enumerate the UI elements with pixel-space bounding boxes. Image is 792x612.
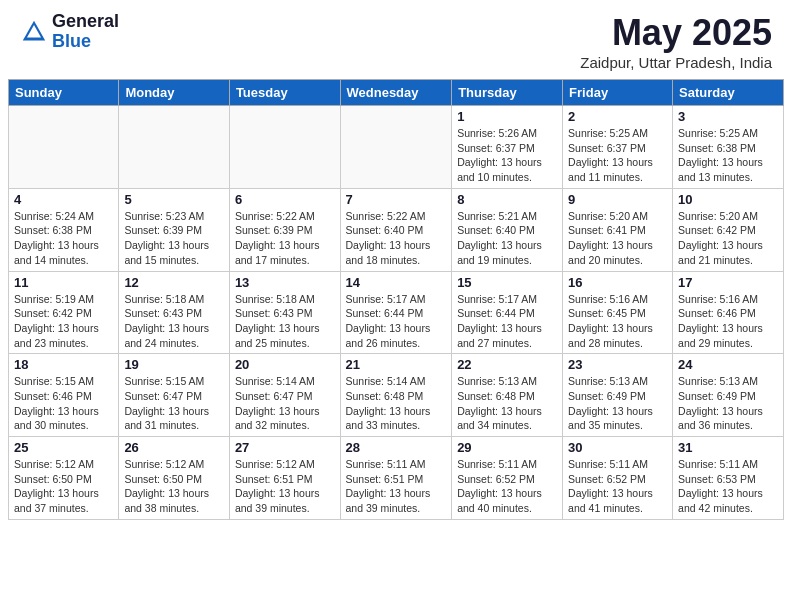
logo-blue-text: Blue: [52, 32, 119, 52]
header-row: SundayMondayTuesdayWednesdayThursdayFrid…: [9, 80, 784, 106]
day-cell-1: 1Sunrise: 5:26 AMSunset: 6:37 PMDaylight…: [452, 106, 563, 189]
day-cell-30: 30Sunrise: 5:11 AMSunset: 6:52 PMDayligh…: [563, 437, 673, 520]
empty-cell: [119, 106, 230, 189]
day-number: 21: [346, 357, 447, 372]
day-number: 10: [678, 192, 778, 207]
day-cell-16: 16Sunrise: 5:16 AMSunset: 6:45 PMDayligh…: [563, 271, 673, 354]
day-cell-29: 29Sunrise: 5:11 AMSunset: 6:52 PMDayligh…: [452, 437, 563, 520]
day-cell-25: 25Sunrise: 5:12 AMSunset: 6:50 PMDayligh…: [9, 437, 119, 520]
day-cell-7: 7Sunrise: 5:22 AMSunset: 6:40 PMDaylight…: [340, 188, 452, 271]
day-cell-8: 8Sunrise: 5:21 AMSunset: 6:40 PMDaylight…: [452, 188, 563, 271]
day-cell-3: 3Sunrise: 5:25 AMSunset: 6:38 PMDaylight…: [673, 106, 784, 189]
day-number: 14: [346, 275, 447, 290]
day-info: Sunrise: 5:26 AMSunset: 6:37 PMDaylight:…: [457, 126, 557, 185]
day-info: Sunrise: 5:14 AMSunset: 6:47 PMDaylight:…: [235, 374, 335, 433]
day-number: 24: [678, 357, 778, 372]
header: General Blue May 2025 Zaidpur, Uttar Pra…: [0, 0, 792, 79]
day-cell-22: 22Sunrise: 5:13 AMSunset: 6:48 PMDayligh…: [452, 354, 563, 437]
logo-icon: [20, 18, 48, 46]
day-info: Sunrise: 5:25 AMSunset: 6:38 PMDaylight:…: [678, 126, 778, 185]
day-number: 8: [457, 192, 557, 207]
day-info: Sunrise: 5:17 AMSunset: 6:44 PMDaylight:…: [346, 292, 447, 351]
day-number: 17: [678, 275, 778, 290]
day-cell-20: 20Sunrise: 5:14 AMSunset: 6:47 PMDayligh…: [229, 354, 340, 437]
empty-cell: [229, 106, 340, 189]
day-number: 23: [568, 357, 667, 372]
day-info: Sunrise: 5:22 AMSunset: 6:39 PMDaylight:…: [235, 209, 335, 268]
day-info: Sunrise: 5:21 AMSunset: 6:40 PMDaylight:…: [457, 209, 557, 268]
day-cell-12: 12Sunrise: 5:18 AMSunset: 6:43 PMDayligh…: [119, 271, 230, 354]
day-cell-24: 24Sunrise: 5:13 AMSunset: 6:49 PMDayligh…: [673, 354, 784, 437]
week-row-1: 1Sunrise: 5:26 AMSunset: 6:37 PMDaylight…: [9, 106, 784, 189]
day-number: 4: [14, 192, 113, 207]
logo-general-text: General: [52, 12, 119, 32]
day-number: 28: [346, 440, 447, 455]
week-row-2: 4Sunrise: 5:24 AMSunset: 6:38 PMDaylight…: [9, 188, 784, 271]
col-header-monday: Monday: [119, 80, 230, 106]
week-row-5: 25Sunrise: 5:12 AMSunset: 6:50 PMDayligh…: [9, 437, 784, 520]
day-number: 2: [568, 109, 667, 124]
day-cell-21: 21Sunrise: 5:14 AMSunset: 6:48 PMDayligh…: [340, 354, 452, 437]
title-block: May 2025 Zaidpur, Uttar Pradesh, India: [580, 12, 772, 71]
day-cell-15: 15Sunrise: 5:17 AMSunset: 6:44 PMDayligh…: [452, 271, 563, 354]
day-cell-31: 31Sunrise: 5:11 AMSunset: 6:53 PMDayligh…: [673, 437, 784, 520]
day-number: 19: [124, 357, 224, 372]
col-header-tuesday: Tuesday: [229, 80, 340, 106]
logo-text: General Blue: [52, 12, 119, 52]
day-number: 25: [14, 440, 113, 455]
day-number: 18: [14, 357, 113, 372]
day-cell-23: 23Sunrise: 5:13 AMSunset: 6:49 PMDayligh…: [563, 354, 673, 437]
day-number: 27: [235, 440, 335, 455]
day-number: 12: [124, 275, 224, 290]
day-info: Sunrise: 5:25 AMSunset: 6:37 PMDaylight:…: [568, 126, 667, 185]
day-number: 16: [568, 275, 667, 290]
day-info: Sunrise: 5:18 AMSunset: 6:43 PMDaylight:…: [235, 292, 335, 351]
empty-cell: [9, 106, 119, 189]
day-cell-26: 26Sunrise: 5:12 AMSunset: 6:50 PMDayligh…: [119, 437, 230, 520]
calendar-wrapper: SundayMondayTuesdayWednesdayThursdayFrid…: [0, 79, 792, 528]
day-cell-19: 19Sunrise: 5:15 AMSunset: 6:47 PMDayligh…: [119, 354, 230, 437]
day-cell-13: 13Sunrise: 5:18 AMSunset: 6:43 PMDayligh…: [229, 271, 340, 354]
day-number: 5: [124, 192, 224, 207]
day-info: Sunrise: 5:16 AMSunset: 6:45 PMDaylight:…: [568, 292, 667, 351]
day-cell-10: 10Sunrise: 5:20 AMSunset: 6:42 PMDayligh…: [673, 188, 784, 271]
day-info: Sunrise: 5:18 AMSunset: 6:43 PMDaylight:…: [124, 292, 224, 351]
col-header-friday: Friday: [563, 80, 673, 106]
empty-cell: [340, 106, 452, 189]
day-number: 29: [457, 440, 557, 455]
day-cell-5: 5Sunrise: 5:23 AMSunset: 6:39 PMDaylight…: [119, 188, 230, 271]
col-header-thursday: Thursday: [452, 80, 563, 106]
day-number: 11: [14, 275, 113, 290]
day-info: Sunrise: 5:12 AMSunset: 6:50 PMDaylight:…: [124, 457, 224, 516]
day-number: 22: [457, 357, 557, 372]
week-row-3: 11Sunrise: 5:19 AMSunset: 6:42 PMDayligh…: [9, 271, 784, 354]
day-cell-6: 6Sunrise: 5:22 AMSunset: 6:39 PMDaylight…: [229, 188, 340, 271]
day-info: Sunrise: 5:15 AMSunset: 6:47 PMDaylight:…: [124, 374, 224, 433]
day-info: Sunrise: 5:19 AMSunset: 6:42 PMDaylight:…: [14, 292, 113, 351]
day-cell-28: 28Sunrise: 5:11 AMSunset: 6:51 PMDayligh…: [340, 437, 452, 520]
col-header-saturday: Saturday: [673, 80, 784, 106]
day-number: 7: [346, 192, 447, 207]
day-cell-9: 9Sunrise: 5:20 AMSunset: 6:41 PMDaylight…: [563, 188, 673, 271]
day-info: Sunrise: 5:20 AMSunset: 6:42 PMDaylight:…: [678, 209, 778, 268]
day-info: Sunrise: 5:15 AMSunset: 6:46 PMDaylight:…: [14, 374, 113, 433]
day-number: 26: [124, 440, 224, 455]
day-info: Sunrise: 5:13 AMSunset: 6:48 PMDaylight:…: [457, 374, 557, 433]
week-row-4: 18Sunrise: 5:15 AMSunset: 6:46 PMDayligh…: [9, 354, 784, 437]
location: Zaidpur, Uttar Pradesh, India: [580, 54, 772, 71]
calendar-header: SundayMondayTuesdayWednesdayThursdayFrid…: [9, 80, 784, 106]
day-info: Sunrise: 5:14 AMSunset: 6:48 PMDaylight:…: [346, 374, 447, 433]
day-info: Sunrise: 5:13 AMSunset: 6:49 PMDaylight:…: [678, 374, 778, 433]
day-cell-17: 17Sunrise: 5:16 AMSunset: 6:46 PMDayligh…: [673, 271, 784, 354]
col-header-wednesday: Wednesday: [340, 80, 452, 106]
day-cell-18: 18Sunrise: 5:15 AMSunset: 6:46 PMDayligh…: [9, 354, 119, 437]
calendar-body: 1Sunrise: 5:26 AMSunset: 6:37 PMDaylight…: [9, 106, 784, 520]
day-info: Sunrise: 5:11 AMSunset: 6:52 PMDaylight:…: [568, 457, 667, 516]
day-cell-14: 14Sunrise: 5:17 AMSunset: 6:44 PMDayligh…: [340, 271, 452, 354]
day-cell-11: 11Sunrise: 5:19 AMSunset: 6:42 PMDayligh…: [9, 271, 119, 354]
day-info: Sunrise: 5:22 AMSunset: 6:40 PMDaylight:…: [346, 209, 447, 268]
day-cell-27: 27Sunrise: 5:12 AMSunset: 6:51 PMDayligh…: [229, 437, 340, 520]
day-cell-4: 4Sunrise: 5:24 AMSunset: 6:38 PMDaylight…: [9, 188, 119, 271]
calendar-table: SundayMondayTuesdayWednesdayThursdayFrid…: [8, 79, 784, 520]
logo: General Blue: [20, 12, 119, 52]
